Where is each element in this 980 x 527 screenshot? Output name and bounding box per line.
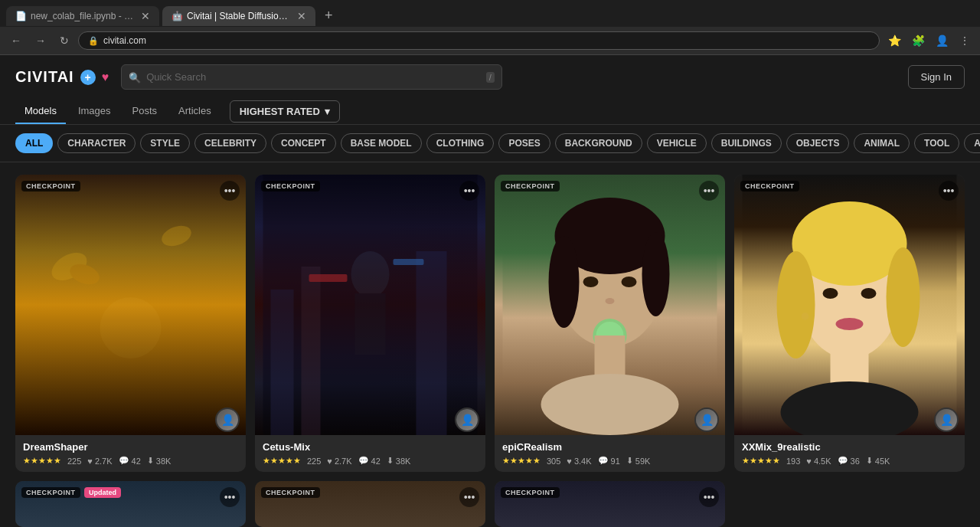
comments-epicrealism: 💬 91 <box>598 456 620 466</box>
logo-plus-icon: + <box>80 70 96 85</box>
tab-favicon-colab: 📄 <box>15 11 26 21</box>
card-title-xxmix: XXMix_9realistic <box>742 441 957 453</box>
menu-button[interactable]: ⋮ <box>956 31 974 50</box>
svg-point-2 <box>159 222 194 250</box>
extensions-button[interactable]: 🧩 <box>908 31 929 50</box>
filter-all[interactable]: ALL <box>15 133 53 153</box>
url-bar[interactable]: 🔒 civitai.com <box>78 31 880 50</box>
filter-objects[interactable]: OBJECTS <box>786 133 850 153</box>
card-avatar-cetus-mix: 👤 <box>455 408 479 432</box>
filter-buildings[interactable]: BUILDINGS <box>711 133 782 153</box>
card-title-dreamshaper: DreamShaper <box>23 441 238 453</box>
sign-in-button[interactable]: Sign In <box>908 65 965 89</box>
stars-epicrealism: ★★★★★ <box>502 456 541 466</box>
url-text: civitai.com <box>103 35 870 46</box>
filter-base-model[interactable]: BASE MODEL <box>341 133 422 153</box>
svg-point-30 <box>861 288 877 299</box>
card-partial-3[interactable]: CHECKPOINT ••• <box>495 481 725 527</box>
tab-close-civitai[interactable]: ✕ <box>297 11 306 21</box>
tab-models[interactable]: Models <box>15 99 66 124</box>
updated-badge-1: Updated <box>84 487 121 498</box>
card-info-xxmix: XXMix_9realistic ★★★★★ 193 ♥ 4.5K 💬 36 ⬇… <box>734 435 965 472</box>
card-badge-xxmix: CHECKPOINT <box>740 181 799 191</box>
filter-vehicle[interactable]: VEHICLE <box>647 133 707 153</box>
card-xxmix[interactable]: CHECKPOINT ••• 👤 XXMix_9realistic ★★★★★ … <box>734 175 965 472</box>
card-menu-epicrealism[interactable]: ••• <box>699 181 719 201</box>
card-menu-cetus-mix[interactable]: ••• <box>459 181 479 201</box>
tab-articles[interactable]: Articles <box>169 99 220 124</box>
main-content: CHECKPOINT ••• 👤 DreamShaper ★★★★★ 225 ♥… <box>0 162 980 527</box>
card-menu-partial-1[interactable]: ••• <box>220 487 240 507</box>
profile-button[interactable]: 👤 <box>932 31 952 50</box>
new-tab-button[interactable]: + <box>318 5 339 27</box>
card-image-xxmix <box>734 175 965 435</box>
filter-poses[interactable]: POSES <box>498 133 550 153</box>
avatar-img-xxmix: 👤 <box>936 409 957 430</box>
avatar-img-cetus-mix: 👤 <box>456 409 478 430</box>
browser-actions: ⭐ 🧩 👤 ⋮ <box>884 31 974 50</box>
rating-count-xxmix: 193 <box>786 457 800 466</box>
filter-celebrity[interactable]: CELEBRITY <box>194 133 266 153</box>
filter-style[interactable]: STYLE <box>140 133 190 153</box>
tab-colab[interactable]: 📄 new_colab_file.ipynb - Colabora... ✕ <box>6 6 159 26</box>
svg-point-29 <box>823 288 838 299</box>
filter-concept[interactable]: CONCEPT <box>271 133 336 153</box>
downloads-dreamshaper: ⬇ 38K <box>147 456 172 466</box>
bookmark-button[interactable]: ⭐ <box>884 31 905 50</box>
search-input[interactable] <box>121 64 502 90</box>
tab-posts[interactable]: Posts <box>123 99 167 124</box>
card-stats-cetus-mix: ★★★★★ 225 ♥ 2.7K 💬 42 ⬇ 38K <box>263 456 478 466</box>
chevron-down-icon: ▾ <box>325 106 330 117</box>
search-shortcut: / <box>486 72 495 83</box>
filter-animal[interactable]: ANIMAL <box>854 133 910 153</box>
svg-point-17 <box>583 277 599 287</box>
svg-rect-9 <box>394 259 424 265</box>
card-partial-1[interactable]: CHECKPOINT Updated ••• <box>15 481 246 527</box>
filter-character[interactable]: CHARACTER <box>57 133 136 153</box>
reload-button[interactable]: ↻ <box>55 31 74 50</box>
svg-point-15 <box>549 236 580 328</box>
svg-point-34 <box>802 313 809 320</box>
svg-rect-8 <box>309 274 348 282</box>
filter-action[interactable]: ACTION <box>964 133 980 153</box>
card-menu-partial-3[interactable]: ••• <box>699 487 719 507</box>
card-image-epicrealism <box>495 175 725 435</box>
back-button[interactable]: ← <box>6 31 26 50</box>
card-avatar-dreamshaper: 👤 <box>215 408 240 432</box>
card-info-dreamshaper: DreamShaper ★★★★★ 225 ♥ 2.7K 💬 42 ⬇ 38K <box>15 435 246 472</box>
filter-background[interactable]: BACKGROUND <box>555 133 642 153</box>
filter-tool[interactable]: TOOL <box>914 133 959 153</box>
filter-clothing[interactable]: CLOTHING <box>426 133 495 153</box>
comments-xxmix: 💬 36 <box>838 456 860 466</box>
card-menu-xxmix[interactable]: ••• <box>939 181 959 201</box>
logo[interactable]: CIVITAI + ♥ <box>15 68 109 86</box>
card-badge-partial-2: CHECKPOINT <box>261 487 320 498</box>
card-menu-dreamshaper[interactable]: ••• <box>220 181 240 201</box>
card-image-cetus-mix <box>255 175 485 435</box>
svg-point-28 <box>887 247 920 347</box>
downloads-cetus-mix: ⬇ 38K <box>387 456 411 466</box>
card-partial-2[interactable]: CHECKPOINT ••• <box>255 481 485 527</box>
rating-count-dreamshaper: 225 <box>67 457 81 466</box>
tab-civitai[interactable]: 🤖 Civitai | Stable Diffusion models... ✕ <box>162 6 315 26</box>
app-header: CIVITAI + ♥ 🔍 / Sign In Models Images Po… <box>0 55 980 125</box>
tab-close-colab[interactable]: ✕ <box>141 11 150 21</box>
card-avatar-xxmix: 👤 <box>934 408 959 432</box>
card-epicrealism[interactable]: CHECKPOINT ••• 👤 epiCRealism ★★★★★ 305 ♥… <box>495 175 725 472</box>
card-menu-partial-2[interactable]: ••• <box>459 487 479 507</box>
avatar-img-epicrealism: 👤 <box>696 409 717 430</box>
card-cetus-mix[interactable]: CHECKPOINT ••• 👤 Cetus-Mix ★★★★★ 225 ♥ 2… <box>255 175 485 472</box>
svg-point-3 <box>100 297 162 358</box>
card-dreamshaper[interactable]: CHECKPOINT ••• 👤 DreamShaper ★★★★★ 225 ♥… <box>15 175 246 472</box>
card-stats-epicrealism: ★★★★★ 305 ♥ 3.4K 💬 91 ⬇ 59K <box>502 456 717 466</box>
tab-title-colab: new_colab_file.ipynb - Colabora... <box>31 11 136 21</box>
sort-button[interactable]: HIGHEST RATED ▾ <box>230 100 340 123</box>
forward-button[interactable]: → <box>31 31 51 50</box>
search-wrapper: 🔍 / <box>121 64 502 90</box>
comments-dreamshaper: 💬 42 <box>119 456 141 466</box>
svg-point-18 <box>622 277 637 287</box>
tab-images[interactable]: Images <box>69 99 120 124</box>
card-stats-dreamshaper: ★★★★★ 225 ♥ 2.7K 💬 42 ⬇ 38K <box>23 456 238 466</box>
rating-count-epicrealism: 305 <box>547 457 560 466</box>
logo-text: CIVITAI <box>15 68 74 86</box>
